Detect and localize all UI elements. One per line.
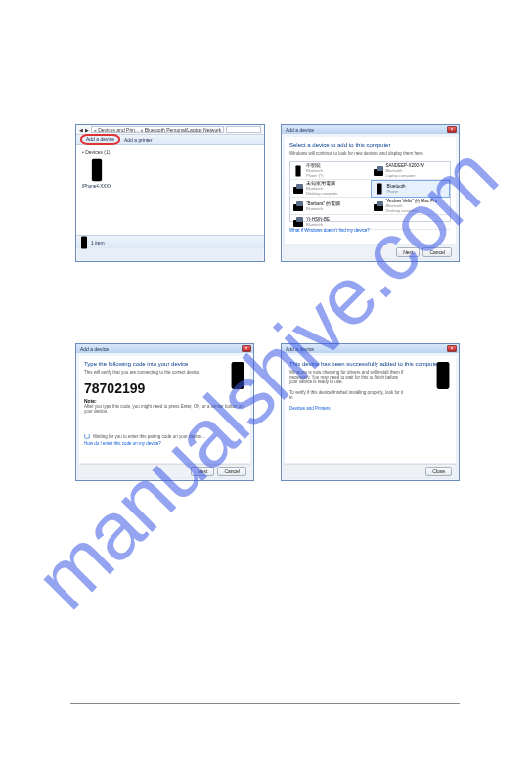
dialog-heading: This device has been successfully added … xyxy=(289,361,451,367)
phone-icon xyxy=(230,361,245,390)
desktop-icon xyxy=(293,200,303,212)
list-item[interactable]: 未知家用電腦BluetoothDesktop computer xyxy=(290,180,371,198)
dialog-heading: Type the following code into your device xyxy=(84,361,245,367)
status-bar: 1 item xyxy=(76,235,264,248)
close-icon[interactable]: × xyxy=(242,345,251,352)
list-item[interactable]: 不明裝BluetoothPhone (?) xyxy=(290,162,371,180)
device-list: 不明裝BluetoothPhone (?) SANDEEP-X200-WBlue… xyxy=(289,161,451,222)
device-item[interactable]: IPhone4-XXXX xyxy=(82,158,111,189)
item-sub: Desktop computer xyxy=(306,191,337,196)
page-divider xyxy=(70,703,460,704)
item-type: Bluetooth xyxy=(306,206,340,211)
next-button[interactable]: Next xyxy=(191,467,214,476)
explorer-content: • Devices (1) IPhone4-XXXX xyxy=(76,145,264,235)
dialog-subtext: Windows will continue to look for new de… xyxy=(289,151,451,156)
search-input[interactable] xyxy=(226,126,261,133)
item-type: Bluetooth xyxy=(306,222,330,227)
explorer-toolbar: Add a device Add a printer xyxy=(76,135,264,145)
waiting-text: Waiting for you to enter this pairing co… xyxy=(93,434,205,439)
select-device-dialog: Add a device × Select a device to add to… xyxy=(281,124,460,262)
breadcrumb[interactable]: « Devices and Prin... » Bluetooth Person… xyxy=(91,126,224,133)
success-dialog: Add a device × This device has been succ… xyxy=(281,343,460,481)
note-text: After you type this code, you might need… xyxy=(84,404,245,414)
desktop-icon xyxy=(293,216,303,228)
list-item[interactable] xyxy=(371,215,451,230)
phone-icon xyxy=(80,236,88,249)
close-button[interactable]: Close xyxy=(425,467,452,476)
help-link[interactable]: How do I enter this code on my device? xyxy=(84,441,245,446)
dialog-para1: Windows is now checking for drivers and … xyxy=(289,370,407,384)
explorer-window: ◀ ▶ « Devices and Prin... » Bluetooth Pe… xyxy=(75,124,265,262)
laptop-icon xyxy=(374,165,383,177)
close-icon[interactable]: × xyxy=(447,126,457,133)
list-item-selected[interactable]: BluetoothPhone xyxy=(371,180,451,198)
add-printer-button[interactable]: Add a printer xyxy=(124,137,153,143)
item-sub: Laptop computer xyxy=(386,173,424,178)
dialog-subtext: This will verify that you are connecting… xyxy=(84,370,245,375)
desktop-icon xyxy=(374,200,383,212)
item-name: "Barbara" 的電腦 xyxy=(306,201,340,206)
cancel-button[interactable]: Cancel xyxy=(422,247,452,257)
next-button[interactable]: Next xyxy=(396,247,420,257)
dialog-para2: To verify if this device finished instal… xyxy=(289,390,407,400)
devices-link[interactable]: Devices and Printers xyxy=(289,406,451,411)
pairing-code: 78702199 xyxy=(84,380,245,396)
dialog-title: Add a device xyxy=(284,127,447,133)
close-icon[interactable]: × xyxy=(447,345,457,352)
cancel-button[interactable]: Cancel xyxy=(217,467,246,476)
desktop-icon xyxy=(293,183,303,195)
list-item[interactable]: SANDEEP-X200-WBluetoothLaptop computer xyxy=(371,162,451,180)
phone-icon xyxy=(293,165,303,177)
item-type: Phone xyxy=(387,189,406,194)
waiting-line: Waiting for you to enter this pairing co… xyxy=(84,433,245,439)
forward-icon[interactable]: ▶ xyxy=(85,127,89,133)
back-icon[interactable]: ◀ xyxy=(79,127,83,133)
item-sub: Phone (?) xyxy=(306,173,324,178)
dialog-title: Add a device xyxy=(284,346,447,352)
item-sub: Desktop computer xyxy=(386,208,438,213)
devices-section-label: • Devices (1) xyxy=(82,149,110,155)
phone-icon xyxy=(90,158,104,182)
dialog-heading: Select a device to add to this computer xyxy=(289,142,451,148)
list-item[interactable]: "Barbara" 的電腦Bluetooth xyxy=(290,198,371,215)
add-device-button[interactable]: Add a device xyxy=(80,134,120,145)
device-label: IPhone4-XXXX xyxy=(82,184,111,189)
spinner-icon xyxy=(84,433,90,439)
list-item[interactable]: "Andres Velin" 的 Mac ProBluetoothDesktop… xyxy=(371,198,451,215)
dialog-title: Add a device xyxy=(78,346,242,352)
phone-icon xyxy=(375,183,384,195)
status-text: 1 item xyxy=(91,240,105,245)
pairing-dialog: Add a device × Type the following code i… xyxy=(75,343,254,481)
phone-icon xyxy=(435,361,451,390)
